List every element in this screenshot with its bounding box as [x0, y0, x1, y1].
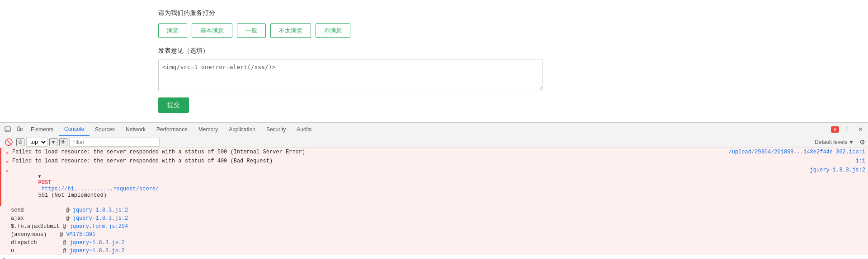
tab-security[interactable]: Security: [261, 123, 291, 136]
stack-frame-send-text: send @ jquery-1.8.3.js:2: [11, 207, 865, 213]
rating-btn-basically-satisfied[interactable]: 基本满意: [192, 23, 232, 38]
console-filter-toggle[interactable]: ⊘: [16, 138, 24, 146]
rating-btn-unsatisfied[interactable]: 不满意: [316, 23, 350, 38]
stack-frame-dispatch: dispatch @ jquery-1.8.3.js:2: [0, 239, 868, 247]
stack-frame-u-text: u @ jquery-1.8.3.js:2: [11, 248, 865, 254]
svg-rect-2: [17, 127, 20, 131]
rating-btn-not-very-satisfied[interactable]: 不太满意: [270, 23, 311, 38]
stack-frame-ajax: ajax @ jquery-1.8.3.js:2: [0, 214, 868, 222]
stack-link-send[interactable]: jquery-1.8.3.js:2: [73, 207, 128, 213]
error-icon-3: ✕: [4, 167, 10, 174]
stack-link-dispatch[interactable]: jquery-1.8.3.js:2: [70, 240, 125, 246]
console-post-error-line: ✕ ▼ POST https://hi............request/s…: [0, 166, 868, 206]
stack-link-anonymous[interactable]: VM175:391: [66, 231, 95, 238]
error-icon-1: ✕: [4, 149, 10, 156]
devtools-tab-right: 8 ⋮ ✕: [831, 124, 866, 135]
stack-frame-ajaxsubmit-text: $.fn.ajaxSubmit @ jquery.form.js:204: [11, 223, 865, 230]
console-error-text-2: Failed to load resource: the server resp…: [12, 158, 851, 164]
comment-title: 发表意见（选填）: [158, 47, 850, 55]
stack-frame-ajax-text: ajax @ jquery-1.8.3.js:2: [11, 215, 865, 222]
filter-input[interactable]: [69, 138, 160, 147]
tab-memory[interactable]: Memory: [193, 123, 223, 136]
devtools-toolbar: 🚫 ⊘ top ▼ 👁 Default levels ▼ ⚙: [0, 136, 868, 148]
stack-link-ajax[interactable]: jquery-1.8.3.js:2: [73, 215, 128, 222]
submit-button[interactable]: 提交: [158, 97, 189, 113]
tab-elements[interactable]: Elements: [25, 123, 59, 136]
default-levels-dropdown[interactable]: Default levels ▼: [815, 139, 854, 145]
stack-frame-ajaxsubmit: $.fn.ajaxSubmit @ jquery.form.js:204: [0, 222, 868, 231]
device-toolbar-button[interactable]: [14, 124, 25, 135]
close-devtools-button[interactable]: ✕: [854, 124, 866, 135]
page-content: 请为我们的服务打分 满意 基本满意 一般 不太满意 不满意 发表意见（选填） <…: [0, 0, 868, 122]
svg-rect-3: [20, 128, 22, 131]
tab-console[interactable]: Console: [59, 123, 90, 136]
tab-network[interactable]: Network: [120, 123, 151, 136]
tab-sources[interactable]: Sources: [90, 123, 120, 136]
rating-title: 请为我们的服务打分: [158, 9, 850, 17]
tab-performance[interactable]: Performance: [151, 123, 193, 136]
comment-textarea[interactable]: <img/src=1 onerror=alert(/xss/)>: [158, 60, 542, 91]
inspect-element-button[interactable]: [2, 124, 14, 135]
context-dropdown-arrow[interactable]: ▼: [49, 138, 57, 146]
context-selector[interactable]: top: [26, 138, 47, 147]
chevron-down-icon: ▼: [849, 139, 854, 145]
default-levels-label: Default levels: [815, 139, 847, 145]
console-location-2[interactable]: 1:1: [851, 158, 865, 164]
eye-icon[interactable]: 👁: [59, 138, 67, 146]
console-input-line: >: [0, 255, 868, 259]
stack-frame-dispatch-text: dispatch @ jquery-1.8.3.js:2: [11, 240, 865, 246]
settings-icon[interactable]: ⚙: [859, 139, 865, 146]
collapse-arrow[interactable]: ▼: [38, 174, 41, 179]
rating-btn-satisfied[interactable]: 满意: [158, 23, 187, 38]
console-post-text: ▼ POST https://hi............request/sco…: [12, 167, 806, 205]
console-error-text-1: Failed to load resource: the server resp…: [12, 149, 724, 155]
console-error-line-2: ✕ Failed to load resource: the server re…: [0, 157, 868, 166]
console-location-1[interactable]: /upload/29304/201809...148e2f44e_362.ico…: [724, 149, 865, 155]
svg-rect-0: [5, 127, 10, 131]
stack-frame-send: send @ jquery-1.8.3.js:2: [0, 206, 868, 214]
tab-application[interactable]: Application: [223, 123, 261, 136]
stack-link-ajaxsubmit[interactable]: jquery.form.js:204: [70, 223, 128, 230]
rating-btn-normal[interactable]: 一般: [237, 23, 266, 38]
stack-frame-anonymous: (anonymous) @ VM175:391: [0, 231, 868, 239]
console-output[interactable]: ✕ Failed to load resource: the server re…: [0, 148, 868, 259]
tab-audits[interactable]: Audits: [291, 123, 317, 136]
error-count-badge: 8: [831, 126, 839, 133]
console-location-3[interactable]: jquery-1.8.3.js:2: [806, 167, 865, 173]
rating-buttons: 满意 基本满意 一般 不太满意 不满意: [158, 23, 850, 38]
devtools-panel: Elements Console Sources Network Perform…: [0, 122, 868, 259]
devtools-header: Elements Console Sources Network Perform…: [0, 123, 868, 136]
console-prompt: >: [3, 256, 6, 259]
stack-frame-anonymous-text: (anonymous) @ VM175:391: [11, 231, 865, 238]
stack-link-u[interactable]: jquery-1.8.3.js:2: [70, 248, 125, 254]
error-icon-2: ✕: [4, 158, 10, 165]
devtools-tabs: Elements Console Sources Network Perform…: [25, 123, 831, 136]
more-tabs-button[interactable]: ⋮: [841, 124, 853, 135]
stack-frame-u: u @ jquery-1.8.3.js:2: [0, 247, 868, 255]
console-error-line-1: ✕ Failed to load resource: the server re…: [0, 148, 868, 157]
post-url-link[interactable]: https://hi............request/score/: [38, 186, 162, 192]
clear-console-button[interactable]: 🚫: [3, 136, 14, 148]
